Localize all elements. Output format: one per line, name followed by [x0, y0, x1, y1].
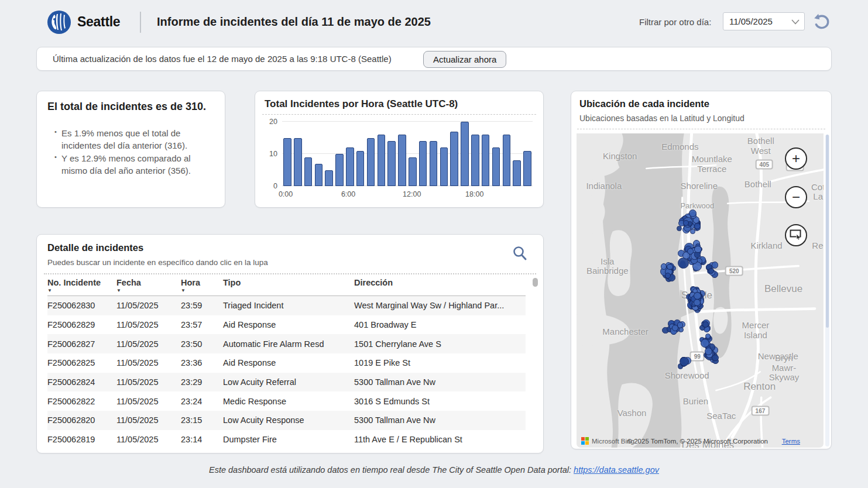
table-row[interactable]: F25006282411/05/202523:29Low Acuity Refe… — [47, 373, 526, 392]
bar-slot — [355, 122, 366, 186]
bar-hour-7[interactable] — [356, 151, 365, 187]
map-place-label: Kingston — [603, 151, 637, 161]
map-terms-link[interactable]: Terms — [782, 438, 800, 445]
y-axis-tick-label: 10 — [269, 150, 277, 158]
bar-hour-12[interactable] — [409, 157, 417, 187]
bar-hour-1[interactable] — [294, 138, 302, 187]
incident-dot[interactable] — [667, 264, 673, 270]
bar-hour-3[interactable] — [315, 164, 323, 187]
map-place-label: Parkwood — [680, 201, 714, 209]
bar-hour-14[interactable] — [430, 141, 438, 186]
bar-hour-2[interactable] — [304, 157, 313, 187]
bar-hour-23[interactable] — [523, 151, 531, 187]
table-cell: 11/05/2025 — [116, 301, 181, 310]
incident-dot[interactable] — [689, 209, 697, 217]
bar-slot — [303, 122, 314, 186]
summary-bullet: Es 1.9% menos que el total de incidentes… — [56, 127, 214, 152]
table-cell: Triaged Incident — [223, 301, 354, 310]
table-cell: Low Acuity Referral — [223, 377, 354, 387]
bar-hour-16[interactable] — [450, 132, 458, 187]
bar-hour-8[interactable] — [367, 138, 375, 187]
column-header-fecha[interactable]: Fecha▼ — [116, 278, 181, 293]
table-scrollbar-thumb[interactable] — [533, 278, 538, 287]
table-cell: 1019 E Pike St — [354, 358, 526, 367]
table-row[interactable]: F25006282511/05/202523:36Aid Response101… — [47, 353, 526, 373]
table-cell: Medic Response — [223, 397, 354, 406]
incident-dot[interactable] — [705, 348, 712, 355]
bar-hour-18[interactable] — [471, 135, 479, 186]
table-cell: 11/05/2025 — [116, 415, 181, 425]
table-cell: Aid Response — [223, 358, 354, 367]
incident-dot[interactable] — [683, 220, 689, 226]
map-zoom-in-button[interactable]: + — [785, 147, 807, 170]
table-subtitle: Puedes buscar un incidente en específico… — [47, 258, 268, 267]
search-icon[interactable] — [512, 245, 528, 262]
incident-dot[interactable] — [680, 357, 689, 366]
column-header-no-incidente[interactable]: No. Incidente▼ — [47, 278, 116, 293]
brand-name: Seattle — [77, 14, 120, 30]
table-row[interactable]: F25006281911/05/202523:14Dumpster Fire11… — [47, 430, 526, 449]
x-axis-tick-label: 6:00 — [341, 190, 355, 198]
column-header-tipo[interactable]: Tipo — [223, 278, 354, 293]
bar-hour-17[interactable] — [461, 122, 469, 186]
table-cell: 11/05/2025 — [116, 377, 181, 387]
bar-hour-9[interactable] — [378, 135, 386, 186]
bar-hour-5[interactable] — [335, 154, 344, 186]
map-box-select-button[interactable] — [785, 224, 807, 246]
map-zoom-out-button[interactable]: − — [785, 186, 807, 208]
map-place-label: Burien — [683, 397, 708, 407]
bar-hour-22[interactable] — [513, 160, 521, 186]
bar-hour-20[interactable] — [492, 147, 500, 186]
incident-dot[interactable] — [672, 325, 678, 331]
incident-dot[interactable] — [661, 263, 667, 270]
map-place-label: Shorewood — [665, 371, 709, 381]
bar-hour-15[interactable] — [440, 147, 448, 186]
bar-slot: 18:00 — [470, 122, 481, 186]
bar-hour-19[interactable] — [482, 135, 490, 186]
dashboard: Seattle Informe de incidentes del día 11… — [0, 0, 868, 488]
table-cell: F250062827 — [47, 339, 116, 349]
bar-slot — [397, 122, 407, 186]
sort-descending-icon: ▼ — [116, 288, 181, 293]
map-card-scrollbar[interactable] — [825, 135, 829, 446]
column-header-direcci-n[interactable]: Dirección — [354, 278, 526, 293]
footer-text: Este dashboard está utilizando datos en … — [209, 465, 574, 475]
footer-link[interactable]: https://data.seattle.gov — [574, 465, 659, 475]
incident-dot[interactable] — [694, 223, 701, 229]
table-cell: 23:59 — [181, 301, 223, 310]
table-row[interactable]: F25006283011/05/202523:59Triaged Inciden… — [47, 296, 526, 315]
bar-hour-13[interactable] — [419, 141, 427, 186]
bar-slot: 12:00 — [407, 122, 418, 186]
map-place-label: SeaTac — [706, 411, 736, 421]
table-row[interactable]: F25006282011/05/202523:15Low Acuity Resp… — [47, 411, 526, 430]
map-copyright: © 2025 TomTom, © 2025 Microsoft Corporat… — [627, 438, 768, 445]
bar-hour-4[interactable] — [325, 170, 333, 187]
map-place-label: Indianola — [586, 181, 622, 191]
table-cell: F250062819 — [47, 435, 116, 444]
x-axis-tick-label: 12:00 — [403, 190, 421, 198]
column-header-hora[interactable]: Hora▼ — [181, 278, 223, 293]
table-row[interactable]: F25006282711/05/202523:50Automatic Fire … — [47, 334, 526, 353]
table-cell: 11/05/2025 — [116, 397, 181, 406]
undo-icon[interactable] — [812, 12, 830, 30]
table-cell: 23:15 — [181, 415, 223, 425]
bing-map[interactable]: KingstonEdmondsMountlake TerraceBothell … — [577, 133, 824, 448]
date-filter-select[interactable]: 11/05/2025 — [723, 12, 805, 30]
bar-hour-10[interactable] — [387, 141, 396, 186]
summary-bullet-list: Es 1.9% menos que el total de incidentes… — [50, 127, 214, 177]
microsoft-logo-icon — [581, 437, 589, 445]
x-axis-tick-label: 0:00 — [279, 190, 293, 198]
chart-title: Total Incidentes por Hora (Seattle UTC-8… — [265, 98, 458, 110]
refresh-now-button[interactable]: Actualizar ahora — [423, 51, 506, 68]
table-cell: Automatic Fire Alarm Resd — [223, 339, 354, 349]
table-row[interactable]: F25006282211/05/202523:24Medic Response3… — [47, 391, 526, 411]
bar-hour-0[interactable] — [283, 138, 291, 187]
bar-hour-11[interactable] — [398, 135, 406, 186]
table-title: Detalle de incidentes — [47, 242, 143, 253]
bar-hour-21[interactable] — [503, 135, 511, 186]
table-cell: 5300 Tallman Ave Nw — [354, 377, 526, 387]
table-row[interactable]: F25006282911/05/202523:57Aid Response401… — [47, 315, 526, 335]
bar-chart-plot: 0:006:0012:0018:00 01020 — [282, 122, 533, 186]
bar-hour-6[interactable] — [346, 147, 354, 186]
incident-dot[interactable] — [690, 229, 695, 234]
